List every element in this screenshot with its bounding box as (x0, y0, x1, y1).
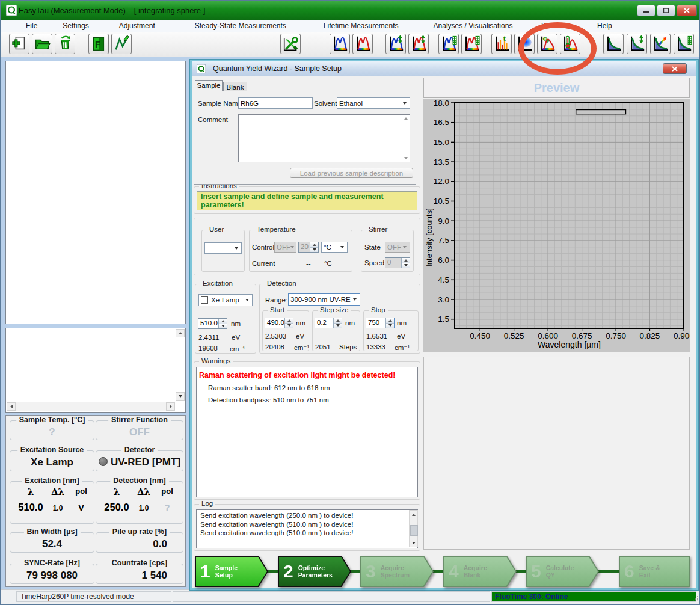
scroll-down-button[interactable] (176, 392, 185, 401)
warnings-group: Warnings (194, 361, 420, 500)
step-2-optimize[interactable]: 2OptimizeParameters (278, 556, 351, 587)
excitation-source-checkbox[interactable] (201, 296, 208, 304)
menu-steady-state-measurements[interactable]: Steady-State Measurements (189, 20, 292, 31)
decay-icon[interactable] (603, 34, 624, 54)
sample-name-input[interactable] (238, 97, 313, 109)
tres-icon[interactable] (650, 34, 671, 54)
stirrer-speed-stepper[interactable]: 0 (385, 257, 410, 268)
manual-adjustment-icon[interactable] (111, 34, 132, 54)
emission-anisotropy-icon[interactable] (408, 34, 429, 54)
detection-stop-stepper[interactable]: 750 (366, 318, 395, 328)
step-4-acquire[interactable]: 4AcquireBlank (443, 556, 517, 587)
svg-text:13.5: 13.5 (434, 158, 449, 167)
menu-help[interactable]: Help (591, 20, 618, 31)
load-previous-description-button[interactable]: Load previous sample description (290, 168, 413, 178)
temperature-control-label: Control (252, 244, 274, 251)
detail-panel[interactable] (5, 328, 186, 413)
step-1-sample[interactable]: 1SampleSetup (195, 556, 268, 587)
svg-text:1.5: 1.5 (438, 315, 449, 324)
solvent-select[interactable]: Ethanol (337, 97, 410, 109)
measurement-list-panel[interactable] (5, 61, 186, 324)
new-measurement-icon[interactable] (9, 34, 29, 54)
temperature-current-unit: °C (324, 260, 332, 267)
menu-adjustment[interactable]: Adjustment (113, 20, 161, 31)
tab-sample[interactable]: Sample (195, 80, 223, 91)
svg-text:0.825: 0.825 (640, 331, 660, 340)
log-scroll-down[interactable] (410, 539, 417, 547)
stirrer-state-select[interactable]: OFF (385, 242, 410, 253)
easytau-window: EasyTau (Measurement Mode) [ integrating… (0, 0, 700, 605)
log-line: Send excitation wavelength (510.0 nm ) t… (200, 521, 353, 528)
svg-text:9.0: 9.0 (438, 217, 449, 226)
status-panel-value: Xe Lamp (10, 456, 94, 468)
svg-text:0.750: 0.750 (606, 331, 626, 340)
window-subtitle: [ integrating sphere ] (134, 6, 206, 15)
decay-series-icon[interactable] (674, 34, 694, 54)
step-number: 2 (283, 559, 293, 584)
open-file-icon[interactable] (32, 34, 52, 54)
status-panel-title: Excitation [nm] (22, 476, 82, 485)
excitation-wavenumber-unit: cm⁻¹ (230, 345, 245, 353)
detection-step-stepper[interactable]: 0.2 (315, 318, 342, 328)
step-5-calculate[interactable]: 5CalculateQY (526, 556, 599, 587)
maximize-button[interactable] (657, 5, 675, 16)
status-panel-value: 1 540 (96, 570, 183, 582)
close-button[interactable] (677, 5, 697, 16)
detection-stop-ev: 1.6531 (366, 333, 387, 340)
log-scrollbar[interactable] (409, 510, 418, 547)
delete-icon[interactable] (55, 34, 75, 54)
emission-spectrum-icon[interactable] (352, 34, 373, 54)
detection-start-stepper[interactable]: 490.0 (265, 318, 293, 328)
menu-lifetime-measurements[interactable]: Lifetime Measurements (318, 20, 405, 31)
status-panel-title: Pile up rate [%] (109, 527, 170, 536)
decay-anisotropy-icon[interactable] (627, 34, 647, 54)
scroll-up-button[interactable] (176, 329, 185, 337)
excitation-source-select[interactable]: Xe-Lamp (198, 294, 253, 306)
title-bar[interactable]: EasyTau (Measurement Mode) [ integrating… (1, 1, 700, 20)
svg-text:Wavelength [µm]: Wavelength [µm] (538, 340, 601, 349)
menu-analyses-visualisations[interactable]: Analyses / Visualisations (428, 20, 519, 31)
temperature-control-select[interactable]: OFF (274, 242, 296, 253)
detector-led-icon (99, 457, 108, 466)
step-label: Save &Exit (639, 559, 660, 584)
detection-range-select[interactable]: 300-900 nm UV-RE (288, 293, 360, 306)
app-logo-icon (6, 5, 17, 16)
window-title: EasyTau (Measurement Mode) (19, 6, 126, 15)
device-mode-status: TimeHarp260P time-resolved mode (16, 591, 171, 602)
shutter-icon[interactable]: F (88, 34, 109, 54)
step-3-acquire[interactable]: 3AcquireSpectrum (360, 556, 434, 587)
status-panel-title: Stirrer Function (108, 416, 171, 424)
resize-grip-icon[interactable] (693, 595, 699, 603)
temperature-unit-select[interactable]: °C (321, 242, 348, 253)
comment-textarea[interactable] (238, 114, 410, 162)
menu-file[interactable]: File (20, 20, 43, 31)
scroll-right-button[interactable] (166, 402, 175, 411)
instrument-settings-icon[interactable] (280, 34, 301, 54)
log-scroll-thumb[interactable] (410, 525, 418, 536)
user-select[interactable] (204, 242, 242, 254)
pol-value: ? (156, 502, 178, 513)
excitation-wavelength-stepper[interactable]: 510.0 (198, 318, 227, 329)
detection-stop-ev-unit: eV (397, 333, 405, 340)
wizard-close-button[interactable] (663, 63, 687, 74)
horizontal-scrollbar[interactable] (7, 402, 175, 411)
tab-blank[interactable]: Blank (223, 82, 247, 91)
log-scroll-up[interactable] (410, 511, 417, 518)
emission-series-icon[interactable] (461, 34, 482, 54)
status-panel-title: SYNC-Rate [Hz] (21, 559, 83, 567)
log-line: Send excitation wavelength (510.0 nm ) t… (200, 529, 353, 536)
temperature-setpoint-stepper[interactable]: 20 (298, 242, 319, 253)
menu-settings[interactable]: Settings (57, 20, 94, 31)
minimize-button[interactable] (637, 5, 655, 16)
time-trace-icon[interactable]: t (491, 34, 512, 54)
excitation-series-icon[interactable] (438, 34, 459, 54)
excitation-spectrum-icon[interactable] (330, 34, 350, 54)
instructions-group: Instructions Insert sample and define sa… (194, 186, 420, 214)
svg-text:6.0: 6.0 (438, 256, 449, 265)
detection-start-wavenumber: 20408 (265, 343, 284, 351)
scroll-left-button[interactable] (7, 402, 16, 411)
tres-icon (651, 35, 669, 53)
excitation-anisotropy-icon[interactable] (385, 34, 406, 54)
wizard-title-bar[interactable]: Quantum Yield Wizard - Sample Setup (192, 61, 696, 76)
step-6-save[interactable]: 6Save &Exit (619, 556, 690, 587)
